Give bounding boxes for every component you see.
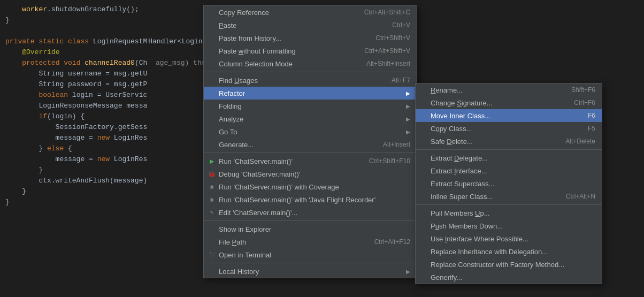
menu-item-extract-superclass[interactable]: Extract Superclass... — [416, 177, 602, 190]
menu-label: Replace Inheritance with Delegation... — [431, 248, 595, 256]
menu-shortcut: Alt+Delete — [565, 138, 595, 145]
menu-item-local-history[interactable]: Local History ▶ — [204, 265, 417, 278]
menu-item-run-coverage[interactable]: ◉ Run 'ChatServer.main()' with Coverage — [204, 180, 417, 193]
menu-label: Debug 'ChatServer.main()' — [219, 170, 410, 178]
menu-label: Change Signature... — [431, 99, 563, 107]
menu-label: Copy Reference — [219, 9, 354, 17]
menu-item-run-jfr[interactable]: ◉ Run 'ChatServer.main()' with 'Java Fli… — [204, 193, 417, 206]
menu-shortcut: Alt+Insert — [383, 141, 410, 148]
menu-label: Show in Explorer — [219, 225, 410, 233]
menu-item-file-path[interactable]: File Path Ctrl+Alt+F12 — [204, 235, 417, 248]
menu-label: Extract Delegate... — [431, 154, 595, 162]
menu-label: Paste without Formatting — [219, 47, 354, 55]
menu-shortcut: Shift+F6 — [571, 86, 595, 94]
menu-item-push-members-down[interactable]: Push Members Down... — [416, 219, 602, 232]
menu-shortcut: Ctrl+Alt+Shift+V — [364, 47, 410, 55]
menu-label: Run 'ChatServer.main()' with 'Java Fligh… — [219, 196, 410, 204]
menu-item-refactor[interactable]: Refactor ▶ — [204, 87, 417, 100]
menu-item-change-signature[interactable]: Change Signature... Ctrl+F6 — [416, 96, 602, 109]
menu-item-paste-history[interactable]: Paste from History... Ctrl+Shift+V — [204, 32, 417, 44]
menu-item-generify[interactable]: Generify... — [416, 271, 602, 284]
run-icon: ▶ — [207, 158, 217, 165]
menu-item-move-inner-class[interactable]: Move Inner Class... F6 — [416, 109, 602, 122]
menu-shortcut: Ctrl+V — [392, 21, 410, 29]
menu-shortcut: Ctrl+Alt+F12 — [374, 238, 410, 246]
menu-shortcut: Ctrl+Shift+F10 — [369, 157, 410, 165]
menu-item-open-terminal[interactable]: ⬛ Open in Terminal — [204, 248, 417, 261]
submenu-arrow-icon: ▶ — [406, 90, 410, 96]
menu-label: Folding — [219, 102, 402, 110]
menu-label: Extract Interface... — [431, 167, 595, 175]
menu-item-column-selection[interactable]: Column Selection Mode Alt+Shift+Insert — [204, 57, 417, 70]
menu-label: Pull Members Up... — [431, 209, 595, 217]
menu-item-folding[interactable]: Folding ▶ — [204, 100, 417, 112]
menu-item-debug[interactable]: 🐞 Debug 'ChatServer.main()' — [204, 167, 417, 180]
menu-separator — [204, 263, 417, 263]
menu-item-run[interactable]: ▶ Run 'ChatServer.main()' Ctrl+Shift+F10 — [204, 155, 417, 167]
menu-item-paste-no-format[interactable]: Paste without Formatting Ctrl+Alt+Shift+… — [204, 44, 417, 57]
menu-label: Paste from History... — [219, 34, 365, 42]
menu-item-copy-reference[interactable]: Copy Reference Ctrl+Alt+Shift+C — [204, 6, 417, 19]
submenu-arrow-icon: ▶ — [406, 116, 410, 122]
menu-item-use-interface[interactable]: Use Interface Where Possible... — [416, 232, 602, 245]
menu-item-find-usages[interactable]: Find Usages Alt+F7 — [204, 74, 417, 87]
menu-shortcut: F5 — [588, 125, 595, 132]
menu-shortcut: Ctrl+Shift+V — [375, 34, 410, 42]
menu-label: Refactor — [219, 89, 402, 97]
context-menu-right[interactable]: Rename... Shift+F6 Change Signature... C… — [415, 83, 602, 284]
menu-item-extract-interface[interactable]: Extract Interface... — [416, 164, 602, 177]
menu-item-safe-delete[interactable]: Safe Delete... Alt+Delete — [416, 135, 602, 148]
menu-label: Go To — [219, 128, 402, 136]
menu-shortcut: F6 — [588, 112, 595, 119]
flight-recorder-icon: ◉ — [207, 197, 217, 202]
menu-separator — [204, 153, 417, 153]
menu-label: Push Members Down... — [431, 222, 595, 230]
menu-shortcut: Ctrl+Alt+N — [566, 193, 595, 200]
menu-shortcut: Ctrl+F6 — [574, 99, 595, 106]
menu-item-rename[interactable]: Rename... Shift+F6 — [416, 83, 602, 96]
menu-label: Move Inner Class... — [431, 112, 577, 120]
menu-shortcut: Alt+F7 — [392, 77, 410, 84]
menu-label: Generate... — [219, 141, 372, 149]
edit-config-icon: ✎ — [207, 210, 217, 215]
menu-label: Paste — [219, 21, 381, 29]
menu-separator — [204, 220, 417, 221]
menu-item-pull-members-up[interactable]: Pull Members Up... — [416, 207, 602, 219]
menu-label: Open in Terminal — [219, 251, 410, 259]
menu-label: Run 'ChatServer.main()' with Coverage — [219, 183, 410, 191]
menu-item-inline-super-class[interactable]: Inline Super Class... Ctrl+Alt+N — [416, 190, 602, 203]
menu-label: Generify... — [431, 273, 595, 281]
menu-label: Inline Super Class... — [431, 193, 555, 201]
menu-item-replace-constructor[interactable]: Replace Constructor with Factory Method.… — [416, 258, 602, 271]
coverage-icon: ◉ — [207, 184, 217, 189]
menu-item-paste[interactable]: Paste Ctrl+V — [204, 19, 417, 32]
context-menu-left[interactable]: Copy Reference Ctrl+Alt+Shift+C Paste Ct… — [203, 5, 417, 278]
menu-separator — [204, 72, 417, 72]
menu-shortcut: Ctrl+Alt+Shift+C — [364, 9, 410, 16]
submenu-arrow-icon: ▶ — [406, 129, 410, 135]
menu-item-goto[interactable]: Go To ▶ — [204, 125, 417, 138]
menu-label: Analyze — [219, 115, 402, 123]
menu-label: Replace Constructor with Factory Method.… — [431, 261, 595, 269]
menu-label: Safe Delete... — [431, 138, 555, 146]
menu-label: Rename... — [431, 86, 561, 94]
menu-item-replace-inheritance[interactable]: Replace Inheritance with Delegation... — [416, 245, 602, 258]
menu-label: Local History — [219, 268, 402, 276]
submenu-arrow-icon: ▶ — [406, 269, 410, 275]
menu-label: Edit 'ChatServer.main()'... — [219, 209, 410, 217]
debug-icon: 🐞 — [207, 171, 217, 178]
terminal-icon: ⬛ — [207, 252, 217, 257]
menu-item-extract-delegate[interactable]: Extract Delegate... — [416, 151, 602, 164]
menu-label: Use Interface Where Possible... — [431, 235, 595, 243]
menu-label: File Path — [219, 238, 364, 246]
submenu-arrow-icon: ▶ — [406, 103, 410, 109]
menu-label: Find Usages — [219, 77, 381, 85]
menu-item-generate[interactable]: Generate... Alt+Insert — [204, 138, 417, 151]
menu-separator — [416, 149, 602, 150]
menu-item-edit-config[interactable]: ✎ Edit 'ChatServer.main()'... — [204, 206, 417, 219]
menu-item-show-explorer[interactable]: Show in Explorer — [204, 223, 417, 235]
menu-item-copy-class[interactable]: Copy Class... F5 — [416, 122, 602, 135]
menu-item-analyze[interactable]: Analyze ▶ — [204, 112, 417, 125]
menu-label: Column Selection Mode — [219, 60, 356, 68]
menu-label: Run 'ChatServer.main()' — [219, 157, 358, 165]
